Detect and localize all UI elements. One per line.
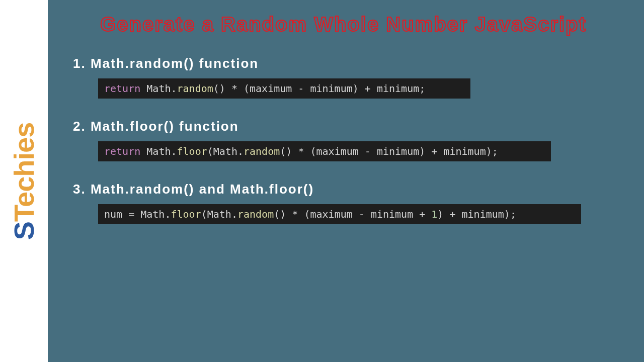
section-1: 1. Math.random() function return Math.ra… (73, 56, 614, 99)
main-content: Generate a Random Whole Number JavaScrip… (48, 0, 644, 362)
code-block-1: return Math.random() * (maximum - minimu… (98, 78, 470, 99)
section-2: 2. Math.floor() function return Math.flo… (73, 119, 614, 161)
page-title: Generate a Random Whole Number JavaScrip… (73, 10, 614, 38)
section-3: 3. Math.random() and Math.floor() num = … (73, 182, 614, 224)
section-2-heading: 2. Math.floor() function (73, 119, 614, 134)
section-3-heading: 3. Math.random() and Math.floor() (73, 182, 614, 197)
code-block-3: num = Math.floor(Math.random() * (maximu… (98, 204, 581, 224)
code-block-2: return Math.floor(Math.random() * (maxim… (98, 141, 551, 161)
sidebar: STechies (0, 0, 48, 362)
logo: STechies (8, 122, 40, 240)
section-1-heading: 1. Math.random() function (73, 56, 614, 71)
